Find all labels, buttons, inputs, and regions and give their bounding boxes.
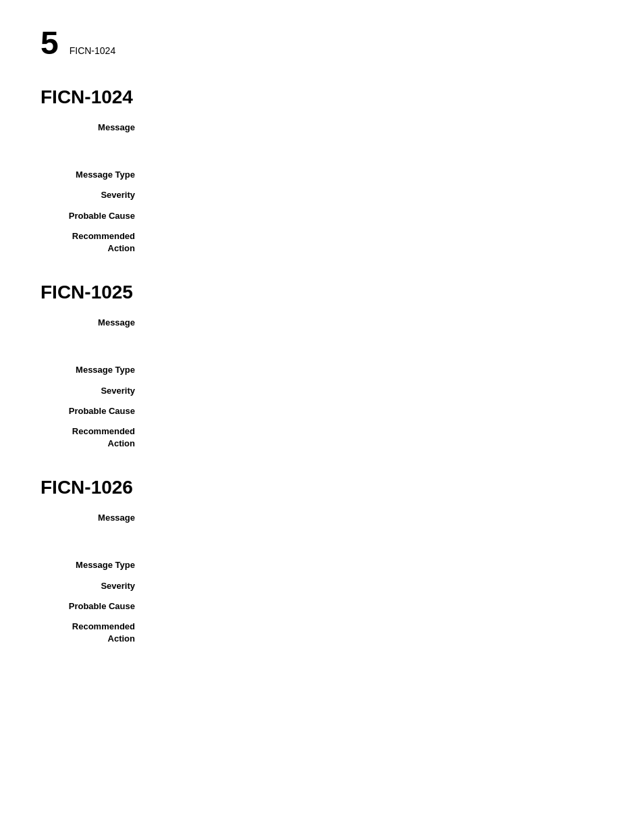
field-label-ficn-1026-3: Probable Cause: [41, 600, 149, 613]
field-label-ficn-1024-3: Probable Cause: [41, 210, 149, 222]
field-row-ficn-1026-2: Severity: [41, 580, 603, 592]
section-title-ficn-1025: FICN-1025: [41, 282, 603, 303]
field-value-ficn-1026-2: [149, 580, 603, 592]
field-label-ficn-1024-1: Message Type: [41, 169, 149, 181]
field-row-ficn-1024-4: RecommendedAction: [41, 230, 603, 255]
field-row-ficn-1025-2: Severity: [41, 385, 603, 397]
field-label-ficn-1025-1: Message Type: [41, 364, 149, 376]
field-label-ficn-1025-2: Severity: [41, 385, 149, 397]
field-row-ficn-1024-0: Message: [41, 122, 603, 134]
field-row-ficn-1026-4: RecommendedAction: [41, 621, 603, 645]
field-row-ficn-1024-1: Message Type: [41, 169, 603, 181]
field-value-ficn-1024-1: [149, 169, 603, 181]
field-row-ficn-1024-2: Severity: [41, 189, 603, 201]
field-label-ficn-1024-2: Severity: [41, 189, 149, 201]
field-value-ficn-1025-2: [149, 385, 603, 397]
page-header: 5 FICN-1024: [41, 27, 603, 59]
field-row-ficn-1025-4: RecommendedAction: [41, 425, 603, 450]
section-ficn-1025: FICN-1025MessageMessage TypeSeverityProb…: [41, 282, 603, 450]
page-number: 5: [41, 27, 59, 59]
field-value-ficn-1024-0: [149, 122, 603, 134]
field-label-ficn-1026-4: RecommendedAction: [41, 621, 149, 645]
field-value-ficn-1026-4: [149, 621, 603, 645]
field-label-ficn-1025-4: RecommendedAction: [41, 425, 149, 450]
field-label-ficn-1024-4: RecommendedAction: [41, 230, 149, 255]
field-label-ficn-1024-0: Message: [41, 122, 149, 134]
section-title-ficn-1026: FICN-1026: [41, 477, 603, 498]
field-row-ficn-1026-1: Message Type: [41, 559, 603, 571]
field-value-ficn-1024-2: [149, 189, 603, 201]
field-label-ficn-1026-0: Message: [41, 512, 149, 524]
field-value-ficn-1025-4: [149, 425, 603, 450]
field-label-ficn-1025-0: Message: [41, 317, 149, 329]
field-label-ficn-1026-1: Message Type: [41, 559, 149, 571]
field-value-ficn-1025-0: [149, 317, 603, 329]
section-ficn-1024: FICN-1024MessageMessage TypeSeverityProb…: [41, 86, 603, 255]
page-subtitle: FICN-1024: [70, 45, 115, 56]
field-label-ficn-1025-3: Probable Cause: [41, 405, 149, 417]
field-row-ficn-1025-3: Probable Cause: [41, 405, 603, 417]
field-label-ficn-1026-2: Severity: [41, 580, 149, 592]
field-value-ficn-1025-1: [149, 364, 603, 376]
field-value-ficn-1024-4: [149, 230, 603, 255]
field-row-ficn-1025-1: Message Type: [41, 364, 603, 376]
field-value-ficn-1026-0: [149, 512, 603, 524]
field-row-ficn-1025-0: Message: [41, 317, 603, 329]
field-row-ficn-1026-0: Message: [41, 512, 603, 524]
field-row-ficn-1026-3: Probable Cause: [41, 600, 603, 613]
section-title-ficn-1024: FICN-1024: [41, 86, 603, 108]
section-ficn-1026: FICN-1026MessageMessage TypeSeverityProb…: [41, 477, 603, 645]
field-value-ficn-1026-1: [149, 559, 603, 571]
field-row-ficn-1024-3: Probable Cause: [41, 210, 603, 222]
field-value-ficn-1024-3: [149, 210, 603, 222]
field-value-ficn-1026-3: [149, 600, 603, 613]
field-value-ficn-1025-3: [149, 405, 603, 417]
